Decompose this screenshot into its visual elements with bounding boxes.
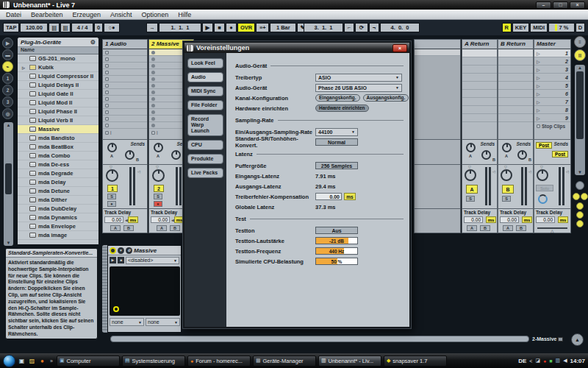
list-item[interactable]: mda Detune — [18, 187, 98, 196]
return-a-header[interactable]: A Return — [462, 40, 497, 49]
scene-row[interactable]: ▷3 — [534, 66, 570, 74]
loop-length-field[interactable]: 4. 0. 0 — [380, 23, 420, 32]
explorer-icon[interactable]: ▨ — [28, 358, 36, 364]
device-view-scrollbar[interactable] — [110, 336, 529, 342]
master-volume-knob[interactable] — [537, 169, 548, 181]
list-item[interactable]: mda Dynamics — [18, 213, 98, 222]
remote-indicator[interactable]: R — [502, 23, 512, 32]
crossfade-a-button[interactable]: A — [157, 225, 167, 231]
close-button[interactable]: × — [570, 1, 585, 9]
arm-button-armed[interactable]: ● — [154, 201, 162, 207]
track-activator[interactable]: 1 — [107, 185, 118, 192]
list-item[interactable]: mda Degrade — [18, 169, 98, 178]
track-delay-value[interactable]: 0.00 — [536, 216, 555, 223]
loop-button[interactable]: ⟳ — [355, 23, 368, 32]
save-preset-icon[interactable]: ■ — [118, 257, 124, 263]
nudge-up-button[interactable]: ||| — [60, 23, 71, 32]
menu-bearbeiten[interactable]: Bearbeiten — [31, 11, 63, 18]
midi-map-button[interactable]: MIDI — [530, 23, 548, 32]
buffer-size-button[interactable]: 256 Samples — [315, 162, 358, 169]
track-header[interactable]: 1 Audio — [103, 40, 147, 49]
clip-slot[interactable] — [103, 122, 147, 129]
list-item[interactable]: Liquid Delays II — [18, 81, 98, 90]
clip-slot[interactable] — [103, 102, 147, 109]
scroll-down-icon[interactable]: ▼ — [575, 170, 585, 174]
punch-out-button[interactable]: ¬ — [369, 23, 379, 32]
tab-produkte[interactable]: Produkte — [187, 154, 223, 164]
send-b-knob[interactable] — [125, 150, 135, 160]
menu-erzeugen[interactable]: Erzeugen — [73, 11, 101, 18]
sends-section-toggle[interactable] — [576, 202, 584, 210]
list-item[interactable]: Liquid Compressor II — [18, 72, 98, 81]
volume-knob[interactable] — [465, 169, 476, 181]
session-scrollbar[interactable]: ▲ ▼ — [575, 65, 585, 175]
solo-button[interactable]: S — [502, 196, 511, 202]
tab-cpu[interactable]: CPU — [187, 140, 223, 150]
list-item[interactable]: Liquid Phase II — [18, 107, 98, 116]
pre-post-toggle-a[interactable]: Post — [536, 142, 552, 149]
track-delay-value[interactable]: 0.00 — [151, 216, 170, 223]
list-item[interactable]: mda De-ess — [18, 160, 98, 169]
driver-error-compensation-field[interactable]: 0.00 — [315, 193, 342, 200]
tempo-field[interactable]: 120.00 — [20, 23, 48, 32]
tab-record-warp-launch[interactable]: Record Warp Launch — [187, 114, 223, 136]
tab-midi-sync[interactable]: MIDI Sync — [187, 86, 223, 96]
menu-datei[interactable]: Datei — [6, 11, 21, 18]
solo-button[interactable]: S — [466, 196, 475, 202]
scene-row[interactable]: ▷4 — [534, 74, 570, 82]
send-a-knob[interactable] — [502, 143, 512, 152]
scrollbar-thumb[interactable] — [576, 71, 584, 139]
menu-ansicht[interactable]: Ansicht — [110, 11, 132, 18]
quantization-menu[interactable]: 1 Bar — [270, 23, 296, 32]
scroll-up-icon[interactable]: ▲ — [4, 123, 13, 127]
send-a-knob[interactable] — [154, 143, 163, 152]
tab-live-packs[interactable]: Live Packs — [187, 168, 223, 178]
list-item[interactable]: GS-201_mono — [18, 54, 98, 63]
mixer-section-toggle[interactable] — [581, 193, 588, 200]
session-record-button[interactable]: ≡+ — [256, 23, 269, 32]
input-config-button[interactable]: Eingangskonfig. — [315, 94, 360, 102]
browser-scrollbar[interactable]: ▲ ▼ — [4, 122, 13, 246]
tap-tempo-button[interactable]: TAP — [3, 23, 19, 32]
volume-knob[interactable] — [501, 169, 512, 181]
scene-row[interactable]: ▷8 — [534, 106, 570, 114]
clip-slot[interactable] — [103, 69, 147, 76]
tray-volume-icon[interactable]: ◀ — [563, 358, 567, 364]
driver-type-select[interactable]: ASIO▼ — [315, 74, 402, 82]
arrangement-position-field[interactable]: 1. 1. 1 — [159, 23, 201, 32]
device-fold-icon[interactable]: ▼ — [118, 247, 124, 254]
scrollbar-thumb[interactable] — [5, 163, 12, 194]
taskbar-item-geraete-manager[interactable]: ▩Geräte-Manager — [253, 355, 316, 367]
scene-row[interactable]: ▷9 — [534, 114, 570, 122]
track-stop-button[interactable]: | — [103, 129, 147, 136]
arrangement-view-icon[interactable]: ≡ — [574, 36, 586, 48]
return-b-header[interactable]: B Return — [498, 40, 533, 49]
overdub-button[interactable]: OVR — [237, 23, 255, 32]
punch-in-button[interactable]: ⌐ — [344, 23, 354, 32]
master-header[interactable]: Master — [534, 40, 570, 49]
start-button[interactable] — [3, 355, 15, 367]
pre-post-toggle-b[interactable]: Post — [552, 151, 568, 158]
test-tone-volume-slider[interactable]: -21 dB — [315, 237, 358, 244]
clip-slot[interactable] — [103, 63, 147, 69]
compensation-unit-button[interactable]: ms — [344, 193, 356, 200]
crossfade-b-button[interactable]: B — [480, 225, 490, 231]
xy-pad[interactable] — [110, 266, 180, 316]
tray-alert-icon[interactable]: ● — [543, 358, 546, 364]
clip-slot[interactable] — [103, 96, 147, 102]
track-delay-value[interactable]: 0.00 — [500, 216, 519, 223]
taskbar-item-snapsaver[interactable]: ◆snapsaver 1.7 — [384, 355, 447, 367]
stop-all-clips-button[interactable]: Stop Clips — [534, 122, 570, 130]
metronome-button[interactable]: ○● — [104, 23, 120, 32]
delay-unit-button[interactable]: ms — [486, 216, 496, 223]
list-item-selected[interactable]: Massive — [18, 125, 98, 134]
scene-row[interactable]: ▷2 — [534, 57, 570, 66]
quantize-field[interactable]: 0 — [94, 23, 103, 32]
sr-conversion-button[interactable]: Normal — [315, 138, 358, 146]
list-item[interactable]: Liquid Mod II — [18, 99, 98, 107]
sample-rate-select[interactable]: 44100▼ — [315, 128, 358, 136]
file-browser-2-icon[interactable]: 2 — [2, 85, 13, 96]
scene-row[interactable]: ▷6 — [534, 90, 570, 98]
clip-slot[interactable] — [103, 109, 147, 116]
device-title-bar[interactable]: ▼ ⚙ Massive — [108, 246, 181, 255]
